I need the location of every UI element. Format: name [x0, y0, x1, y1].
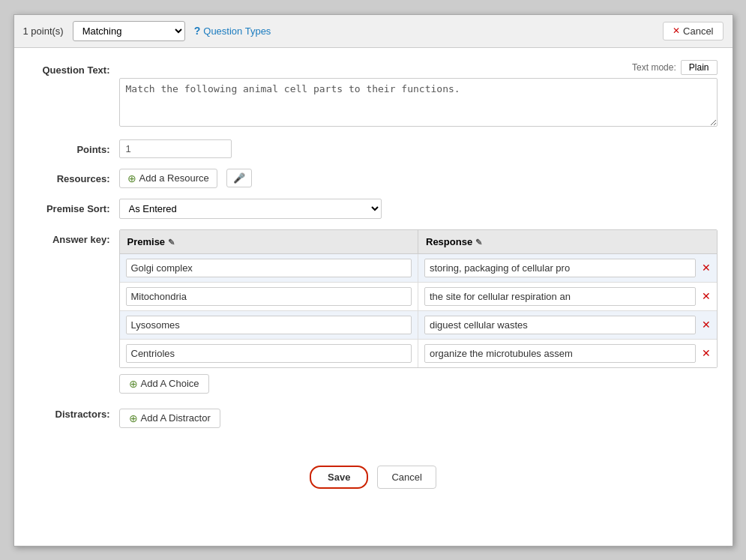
response-input-1[interactable] [424, 259, 696, 277]
premise-header: Premise ✎ [120, 230, 419, 253]
premise-sort-label: Premise Sort: [29, 199, 119, 214]
answer-key-row: Answer key: Premise ✎ Response ✎ [29, 229, 718, 394]
text-mode-label: Text mode: [632, 62, 676, 73]
question-text-area: Text mode: Plain Match the following ani… [119, 60, 718, 129]
question-type-select[interactable]: Matching [73, 21, 185, 41]
question-types-link[interactable]: ? Question Types [194, 25, 271, 37]
delete-row-4-button[interactable]: ✕ [702, 347, 711, 359]
add-distractor-plus-icon: ⊕ [129, 412, 138, 424]
response-cell-3: ✕ [418, 311, 717, 339]
add-choice-plus-icon: ⊕ [129, 378, 138, 390]
mic-button[interactable]: 🎤 [226, 169, 252, 187]
table-row: ✕ [120, 254, 717, 283]
table-row: ✕ [120, 311, 717, 340]
response-input-4[interactable] [424, 344, 696, 363]
modal-header: 1 point(s) Matching ? Question Types ✕ C… [14, 15, 733, 48]
response-edit-icon[interactable]: ✎ [475, 238, 482, 247]
resources-label: Resources: [29, 169, 119, 184]
premise-edit-icon[interactable]: ✎ [168, 238, 175, 247]
table-row: ✕ [120, 283, 717, 311]
premise-sort-row: Premise Sort: As Entered Alphabetically … [29, 199, 718, 219]
question-text-label: Question Text: [29, 60, 119, 76]
answer-key-label: Answer key: [29, 229, 119, 245]
table-row: ✕ [120, 340, 717, 367]
premise-sort-select[interactable]: As Entered Alphabetically Randomly [119, 199, 382, 219]
response-header: Response ✎ [418, 230, 717, 253]
footer-cancel-button[interactable]: Cancel [377, 466, 436, 489]
save-button[interactable]: Save [310, 466, 368, 489]
question-textarea[interactable]: Match the following animal cell parts to… [119, 78, 718, 127]
premise-cell-1 [120, 254, 419, 282]
points-control [119, 139, 718, 158]
header-cancel-button[interactable]: ✕ Cancel [663, 22, 723, 40]
points-label: 1 point(s) [23, 25, 64, 37]
modal-footer: Save Cancel [14, 454, 733, 501]
resources-control: ⊕ Add a Resource 🎤 [119, 169, 718, 188]
points-input[interactable] [119, 139, 232, 158]
response-input-3[interactable] [424, 316, 696, 334]
premise-input-4[interactable] [126, 344, 412, 363]
distractors-control: ⊕ Add A Distractor [119, 404, 718, 428]
text-mode-row: Text mode: Plain [119, 60, 718, 75]
delete-row-1-button[interactable]: ✕ [702, 262, 711, 274]
response-cell-2: ✕ [418, 283, 717, 310]
answer-key-table: Premise ✎ Response ✎ [119, 229, 718, 368]
response-cell-1: ✕ [418, 254, 717, 282]
points-row: Points: [29, 139, 718, 158]
add-resource-plus-icon: ⊕ [127, 172, 136, 184]
add-choice-button[interactable]: ⊕ Add A Choice [119, 374, 209, 394]
distractors-label: Distractors: [29, 404, 119, 420]
add-distractor-button[interactable]: ⊕ Add A Distractor [119, 409, 220, 428]
mic-icon: 🎤 [233, 172, 245, 184]
points-label-field: Points: [29, 139, 119, 155]
answer-key-control: Premise ✎ Response ✎ [119, 229, 718, 394]
plain-button[interactable]: Plain [681, 60, 718, 75]
response-cell-4: ✕ [418, 340, 717, 367]
cancel-x-icon: ✕ [673, 25, 680, 36]
answer-key-header: Premise ✎ Response ✎ [120, 230, 717, 254]
premise-input-2[interactable] [126, 287, 412, 306]
premise-cell-2 [120, 283, 419, 310]
resources-row: Resources: ⊕ Add a Resource 🎤 [29, 169, 718, 188]
question-text-row: Question Text: Text mode: Plain Match th… [29, 60, 718, 129]
modal-body: Question Text: Text mode: Plain Match th… [14, 48, 733, 451]
distractors-row: Distractors: ⊕ Add A Distractor [29, 404, 718, 428]
premise-sort-control: As Entered Alphabetically Randomly [119, 199, 718, 219]
add-resource-button[interactable]: ⊕ Add a Resource [119, 169, 217, 188]
premise-input-3[interactable] [126, 316, 412, 334]
response-input-2[interactable] [424, 287, 696, 306]
premise-cell-3 [120, 311, 419, 339]
premise-input-1[interactable] [126, 259, 412, 277]
delete-row-3-button[interactable]: ✕ [702, 319, 711, 331]
delete-row-2-button[interactable]: ✕ [702, 290, 711, 302]
premise-cell-4 [120, 340, 419, 367]
question-icon: ? [194, 25, 201, 37]
